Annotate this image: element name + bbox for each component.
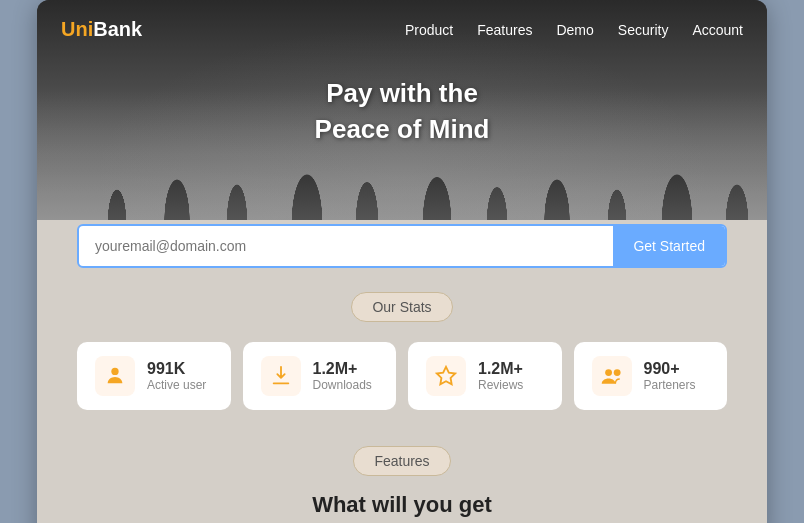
stat-label-partners: Parteners [644,378,696,392]
svg-point-0 [111,368,118,375]
email-section: Get Started [37,220,767,268]
stat-info-downloads: 1.2M+ Downloads [313,360,372,392]
page-wrapper: UniBank Product Features Demo Security A… [37,0,767,523]
features-badge-container: Features [77,446,727,476]
stat-card-reviews: 1.2M+ Reviews [408,342,562,410]
stats-section: Our Stats 991K Active user [37,268,767,426]
svg-point-3 [613,369,620,376]
nav-item-account[interactable]: Account [692,21,743,39]
download-icon [261,356,301,396]
stat-value-users: 991K [147,360,206,378]
logo-uni: Uni [61,18,93,40]
email-input[interactable] [79,226,613,266]
stat-value-downloads: 1.2M+ [313,360,372,378]
star-icon [426,356,466,396]
stats-badge-container: Our Stats [77,292,727,322]
nav-link-demo[interactable]: Demo [556,22,593,38]
features-section: Features What will you get [37,426,767,523]
person-icon [95,356,135,396]
hero-headline-line2: Peace of Mind [315,114,490,144]
nav-link-security[interactable]: Security [618,22,669,38]
hero-text: Pay with the Peace of Mind [37,75,767,148]
logo: UniBank [61,18,142,41]
stat-info-partners: 990+ Parteners [644,360,696,392]
svg-marker-1 [437,367,455,384]
features-heading: What will you get [77,492,727,518]
stat-label-users: Active user [147,378,206,392]
email-bar: Get Started [77,224,727,268]
stat-card-users: 991K Active user [77,342,231,410]
stat-info-reviews: 1.2M+ Reviews [478,360,523,392]
logo-bank: Bank [93,18,142,40]
hero-section: UniBank Product Features Demo Security A… [37,0,767,220]
group-icon [592,356,632,396]
features-badge: Features [353,446,450,476]
stat-label-downloads: Downloads [313,378,372,392]
stat-label-reviews: Reviews [478,378,523,392]
navbar: UniBank Product Features Demo Security A… [37,0,767,59]
get-started-button[interactable]: Get Started [613,226,725,266]
nav-links: Product Features Demo Security Account [405,21,743,39]
nav-item-features[interactable]: Features [477,21,532,39]
nav-item-security[interactable]: Security [618,21,669,39]
hero-headline-line1: Pay with the [326,78,478,108]
nav-item-demo[interactable]: Demo [556,21,593,39]
nav-link-product[interactable]: Product [405,22,453,38]
nav-link-account[interactable]: Account [692,22,743,38]
stats-row: 991K Active user 1.2M+ Downloads [77,342,727,410]
stat-info-users: 991K Active user [147,360,206,392]
stats-badge: Our Stats [351,292,452,322]
stat-value-partners: 990+ [644,360,696,378]
nav-link-features[interactable]: Features [477,22,532,38]
stat-card-partners: 990+ Parteners [574,342,728,410]
nav-item-product[interactable]: Product [405,21,453,39]
svg-point-2 [605,369,612,376]
stat-value-reviews: 1.2M+ [478,360,523,378]
stat-card-downloads: 1.2M+ Downloads [243,342,397,410]
hero-headline: Pay with the Peace of Mind [37,75,767,148]
